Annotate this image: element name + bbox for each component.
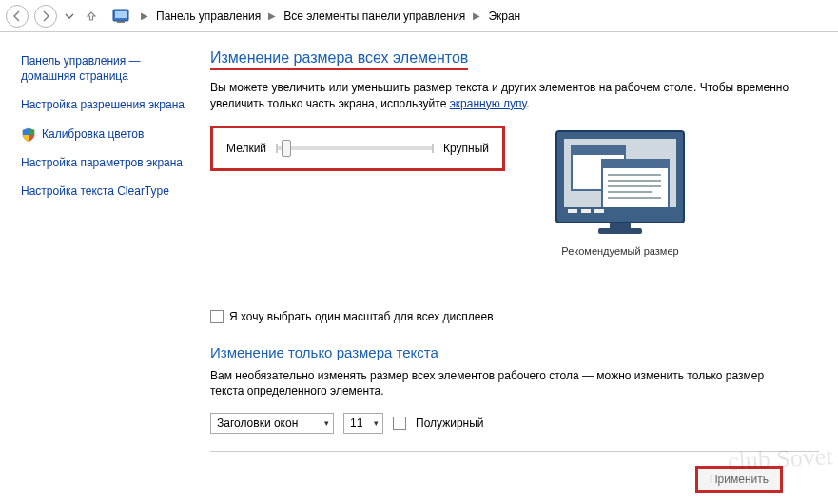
shield-icon <box>21 127 36 143</box>
divider <box>210 451 819 452</box>
slider-min-label: Мелкий <box>226 142 266 155</box>
sidebar-item-resolution[interactable]: Настройка разрешения экрана <box>21 97 191 112</box>
breadcrumb-item[interactable]: Панель управления <box>154 8 263 25</box>
chevron-right-icon: ▶ <box>137 10 152 21</box>
slider-thumb[interactable] <box>282 140 291 157</box>
breadcrumb-item[interactable]: Экран <box>486 8 522 25</box>
svg-rect-19 <box>598 228 642 234</box>
chevron-right-icon: ▶ <box>264 10 280 21</box>
navigation-bar: ▶ Панель управления ▶ Все элементы панел… <box>0 0 838 32</box>
bold-checkbox[interactable] <box>393 417 406 430</box>
history-dropdown[interactable] <box>63 6 76 27</box>
up-button[interactable] <box>82 7 101 26</box>
text-size-select[interactable]: 11 ▾ <box>343 413 383 434</box>
heading-text-only: Изменение только размера текста <box>210 344 819 360</box>
sidebar: Панель управления — домашняя страница На… <box>0 32 199 504</box>
text-only-description: Вам необязательно изменять размер всех э… <box>210 368 790 400</box>
svg-rect-15 <box>568 209 577 213</box>
size-slider[interactable] <box>276 146 434 150</box>
text-item-select-value: Заголовки окон <box>217 417 298 430</box>
apply-button[interactable]: Применить <box>695 466 783 493</box>
svg-rect-17 <box>594 209 604 213</box>
chevron-down-icon: ▾ <box>324 418 329 428</box>
control-panel-icon <box>112 8 129 25</box>
same-scale-label: Я хочу выбрать один масштаб для всех дис… <box>229 310 494 323</box>
main-pane: Изменение размера всех элементов Вы може… <box>199 32 838 504</box>
description-text: Вы можете увеличить или уменьшить размер… <box>210 80 790 112</box>
svg-rect-14 <box>564 207 676 215</box>
control-panel-home-link[interactable]: Панель управления — домашняя страница <box>21 53 191 84</box>
heading-change-all: Изменение размера всех элементов <box>210 49 468 70</box>
preview-caption: Рекомендуемый размер <box>539 245 701 257</box>
forward-button[interactable] <box>34 5 57 28</box>
svg-rect-2 <box>117 21 125 23</box>
breadcrumb-item[interactable]: Все элементы панели управления <box>282 8 467 25</box>
svg-rect-8 <box>602 160 669 168</box>
sidebar-item-display-settings[interactable]: Настройка параметров экрана <box>21 155 191 170</box>
chevron-down-icon: ▾ <box>374 418 379 428</box>
svg-rect-6 <box>572 146 625 155</box>
size-slider-group: Мелкий Крупный <box>210 126 505 171</box>
back-button[interactable] <box>6 5 29 28</box>
sidebar-item-cleartype[interactable]: Настройка текста ClearType <box>21 184 191 199</box>
svg-rect-16 <box>581 209 591 213</box>
magnifier-link[interactable]: экранную лупу <box>450 97 527 110</box>
svg-rect-18 <box>610 223 631 228</box>
text-size-select-value: 11 <box>350 417 362 430</box>
breadcrumb: ▶ Панель управления ▶ Все элементы панел… <box>137 8 522 25</box>
text-item-select[interactable]: Заголовки окон ▾ <box>210 413 334 434</box>
bold-label: Полужирный <box>416 417 484 430</box>
chevron-right-icon: ▶ <box>469 10 484 21</box>
same-scale-checkbox[interactable] <box>210 310 224 323</box>
svg-rect-1 <box>115 11 127 18</box>
sidebar-item-calibrate-colors[interactable]: Калибровка цветов <box>42 126 144 142</box>
slider-max-label: Крупный <box>443 142 489 155</box>
preview-monitor-icon <box>539 126 701 240</box>
